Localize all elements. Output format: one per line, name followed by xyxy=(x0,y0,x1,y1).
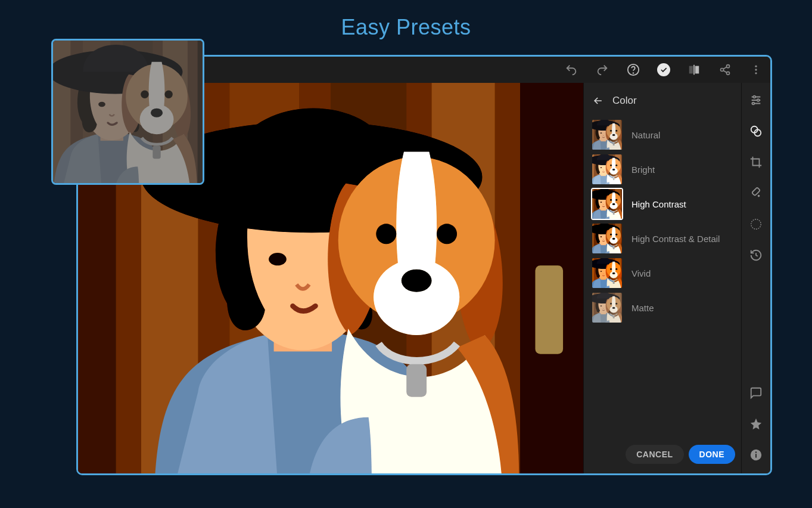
healing-icon[interactable] xyxy=(748,185,764,201)
compare-icon[interactable] xyxy=(687,63,701,77)
overflow-menu-icon[interactable] xyxy=(749,63,763,77)
svg-rect-22 xyxy=(693,65,695,75)
crop-icon[interactable] xyxy=(748,154,764,170)
preset-item[interactable]: Matte xyxy=(592,293,733,323)
svg-rect-21 xyxy=(695,66,699,74)
undo-icon[interactable] xyxy=(564,63,578,77)
svg-point-23 xyxy=(727,65,730,68)
preset-label: Matte xyxy=(631,303,654,313)
svg-point-27 xyxy=(755,69,757,70)
cloud-status-icon[interactable] xyxy=(657,63,670,76)
svg-rect-37 xyxy=(752,187,760,196)
tool-rail xyxy=(742,83,770,473)
preset-thumbnail xyxy=(592,224,622,253)
svg-point-26 xyxy=(755,66,757,67)
preset-label: High Contrast & Detail xyxy=(631,234,720,244)
preset-item[interactable]: Bright xyxy=(592,154,733,184)
panel-back-button[interactable]: Color xyxy=(584,83,741,120)
preset-list: NaturalBrightHigh ContrastHigh Contrast … xyxy=(584,120,741,438)
preset-item[interactable]: Vivid xyxy=(592,258,733,288)
masking-icon[interactable] xyxy=(748,216,764,232)
presets-panel: Color NaturalBrightHigh ContrastHigh Con… xyxy=(583,83,742,473)
versions-icon[interactable] xyxy=(748,247,764,263)
svg-point-34 xyxy=(752,103,755,105)
preset-thumbnail xyxy=(592,258,622,288)
preset-item[interactable]: High Contrast & Detail xyxy=(592,224,733,253)
preset-item[interactable]: High Contrast xyxy=(592,189,733,219)
preset-label: Natural xyxy=(631,130,660,140)
back-arrow-icon xyxy=(592,95,604,107)
done-button[interactable]: DONE xyxy=(689,445,735,464)
sliders-icon[interactable] xyxy=(748,92,764,108)
preset-label: Vivid xyxy=(631,268,651,278)
share-icon[interactable] xyxy=(718,63,732,77)
preset-item[interactable]: Natural xyxy=(592,120,733,150)
svg-point-19 xyxy=(633,73,634,73)
comments-icon[interactable] xyxy=(748,385,764,401)
svg-rect-41 xyxy=(755,454,757,457)
panel-title: Color xyxy=(612,95,637,107)
cancel-button[interactable]: CANCEL xyxy=(626,445,683,464)
svg-rect-20 xyxy=(689,66,693,74)
svg-point-39 xyxy=(751,219,761,230)
svg-point-30 xyxy=(753,96,755,98)
svg-point-42 xyxy=(755,451,757,453)
preset-label: Bright xyxy=(631,165,655,175)
help-icon[interactable] xyxy=(626,63,640,77)
preset-thumbnail xyxy=(592,120,622,150)
presets-icon[interactable] xyxy=(748,123,764,139)
preset-thumbnail xyxy=(592,293,622,323)
preset-thumbnail xyxy=(592,189,622,219)
svg-point-25 xyxy=(727,72,730,75)
rate-star-icon[interactable] xyxy=(748,416,764,432)
svg-point-28 xyxy=(755,72,757,74)
svg-point-38 xyxy=(758,196,760,197)
panel-footer: CANCEL DONE xyxy=(584,438,741,473)
preset-label: High Contrast xyxy=(631,199,686,209)
svg-point-32 xyxy=(757,99,760,101)
redo-icon[interactable] xyxy=(595,63,609,77)
preset-thumbnail xyxy=(592,154,622,184)
info-icon[interactable] xyxy=(748,447,764,463)
before-thumbnail xyxy=(51,39,204,185)
svg-point-24 xyxy=(721,69,724,72)
